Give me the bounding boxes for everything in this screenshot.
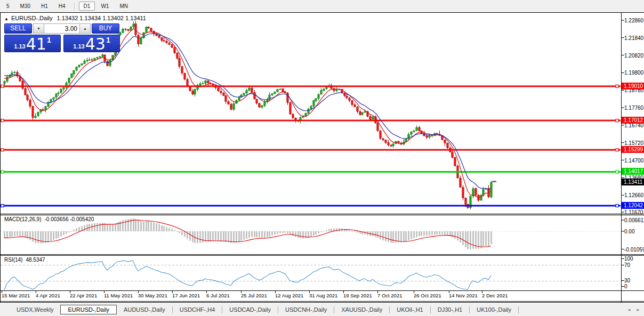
tab-usdcad-daily[interactable]: USDCAD-,Daily <box>222 305 278 314</box>
buy-price-sup: 1 <box>106 36 110 44</box>
price-axis[interactable] <box>622 13 644 290</box>
tf-button-d1[interactable]: D1 <box>79 2 95 11</box>
tab-uk100-daily[interactable]: UK100-,Daily <box>470 305 518 314</box>
tab-dj30-h1[interactable]: DJ30-,H1 <box>431 305 469 314</box>
tf-button-5[interactable]: 5 <box>2 2 14 11</box>
trading-terminal: 5M30H1H4D1W1MN ▲EURUSD-,Daily1.13432 1.1… <box>0 0 644 316</box>
rsi-title: RSI(14) <box>4 257 22 263</box>
buy-button[interactable]: BUY <box>92 23 119 34</box>
macd-indicator-label: MACD(12,26,9)-0.003656 -0.005420 <box>4 216 94 222</box>
tf-button-h1[interactable]: H1 <box>36 2 53 11</box>
tab-scroll-right-icon[interactable]: ► <box>636 307 640 312</box>
chart-tab-bar: USDX,WeeklyEURUSD-,DailyAUDUSD-,DailyUSD… <box>0 303 644 316</box>
tab-audusd-daily[interactable]: AUDUSD-,Daily <box>117 305 172 314</box>
toolbar-separator <box>74 2 75 10</box>
tf-button-m30[interactable]: M30 <box>15 2 35 11</box>
tab-eurusd-daily[interactable]: EURUSD-,Daily <box>60 305 117 314</box>
chart-header: ▲EURUSD-,Daily1.13432 1.13434 1.13402 1.… <box>4 15 146 21</box>
rsi-indicator-label: RSI(14)48.5347 <box>4 257 45 263</box>
sell-price-big: 41 <box>26 36 46 52</box>
buy-price-display[interactable]: 1.13 43 1 <box>63 35 120 52</box>
buy-price-small: 1.13 <box>73 43 84 50</box>
trade-panel-row1: SELL ▼ ▲ BUY <box>4 23 120 34</box>
tf-button-h4[interactable]: H4 <box>54 2 70 11</box>
tab-xauusd-daily[interactable]: XAUUSD-,Daily <box>334 305 389 314</box>
collapse-panel-icon[interactable]: ▲ <box>4 17 9 21</box>
tf-button-w1[interactable]: W1 <box>96 2 114 11</box>
tab-ukoil-h1[interactable]: UKOil-,H1 <box>390 305 430 314</box>
sell-price-small: 1.13 <box>14 43 25 50</box>
volume-up-button[interactable]: ▲ <box>79 23 91 34</box>
date-axis[interactable] <box>0 291 621 302</box>
sell-price-display[interactable]: 1.13 41 1 <box>4 35 61 52</box>
tf-button-mn[interactable]: MN <box>115 2 133 11</box>
volume-down-button[interactable]: ▼ <box>33 23 44 34</box>
macd-title: MACD(12,26,9) <box>4 216 41 222</box>
sell-price-sup: 1 <box>47 36 51 44</box>
macd-values: -0.003656 -0.005420 <box>44 216 94 222</box>
chart-ohlc-values: 1.13432 1.13434 1.13402 1.13411 <box>57 15 146 21</box>
tab-scroll-left-icon[interactable]: ◄ <box>627 307 631 312</box>
buy-price-big: 43 <box>85 36 106 52</box>
tab-usdcnh-daily[interactable]: USDCNH-,Daily <box>278 305 334 314</box>
chart-symbol-title: EURUSD-,Daily <box>11 15 53 21</box>
one-click-trading-panel: SELL ▼ ▲ BUY 1.13 41 1 1.13 43 1 <box>4 23 120 52</box>
sell-button[interactable]: SELL <box>4 23 32 34</box>
trade-panel-row2: 1.13 41 1 1.13 43 1 <box>4 35 120 52</box>
volume-input[interactable] <box>44 23 79 34</box>
tab-usdx-weekly[interactable]: USDX,Weekly <box>10 305 60 314</box>
tab-separator <box>518 306 519 313</box>
tab-usdchf-h4[interactable]: USDCHF-,H4 <box>173 305 222 314</box>
timeframe-toolbar: 5M30H1H4D1W1MN <box>0 0 644 12</box>
rsi-value: 48.5347 <box>26 257 45 263</box>
